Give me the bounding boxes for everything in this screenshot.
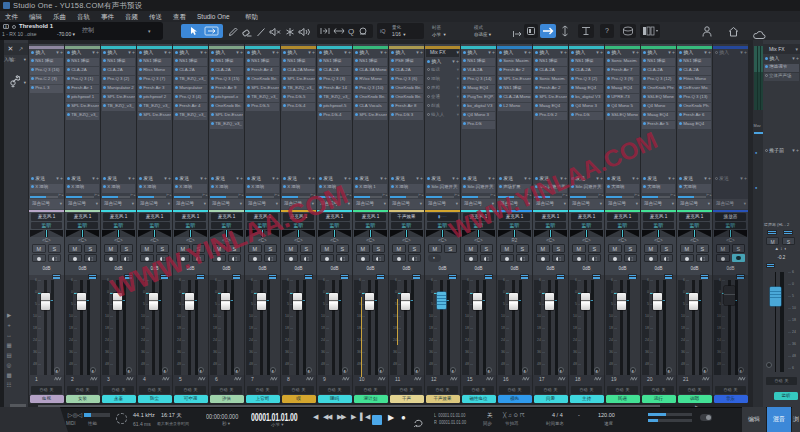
svg-text:Q: Q — [348, 27, 354, 36]
